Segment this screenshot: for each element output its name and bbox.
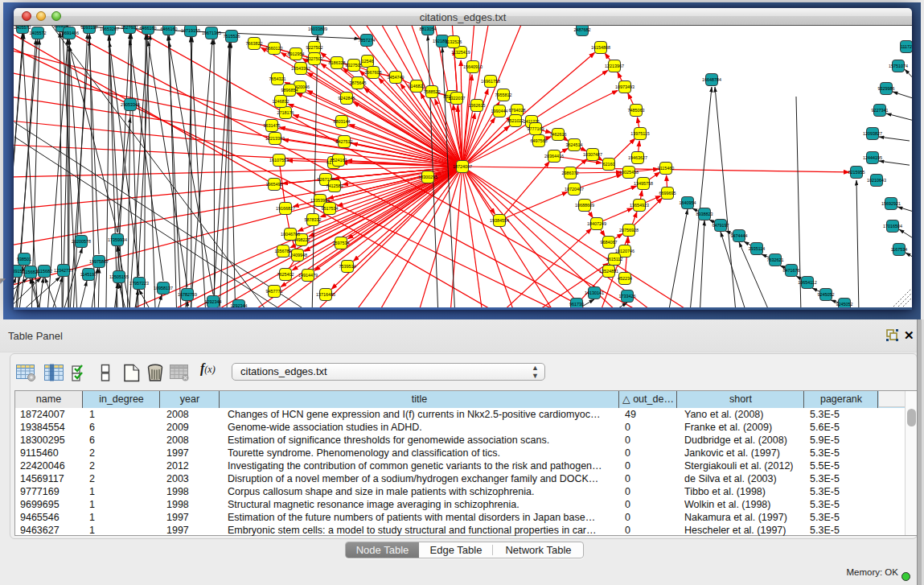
svg-text:16782759: 16782759: [178, 292, 197, 297]
svg-text:8215955: 8215955: [848, 170, 865, 175]
svg-text:7632621: 7632621: [767, 257, 784, 262]
svg-text:1615112: 1615112: [606, 257, 623, 262]
svg-text:2487682: 2487682: [574, 27, 591, 32]
svg-text:7515526: 7515526: [224, 34, 240, 39]
svg-text:16033809: 16033809: [308, 27, 327, 31]
svg-text:17016504: 17016504: [883, 224, 902, 229]
svg-text:10720407: 10720407: [565, 187, 584, 192]
svg-text:8186328: 8186328: [329, 60, 346, 65]
svg-text:15692921: 15692921: [881, 201, 901, 206]
svg-text:9115460: 9115460: [658, 166, 675, 171]
svg-text:12213967: 12213967: [605, 64, 624, 68]
svg-text:12213363: 12213363: [265, 136, 285, 141]
svg-text:7857274: 7857274: [359, 38, 376, 43]
svg-text:14130141: 14130141: [585, 290, 604, 295]
svg-text:8471676: 8471676: [783, 268, 800, 273]
svg-text:12093827: 12093827: [863, 131, 882, 136]
svg-text:1132526: 1132526: [446, 39, 462, 44]
svg-text:13495758: 13495758: [634, 181, 653, 186]
svg-text:10719155: 10719155: [181, 28, 200, 33]
svg-text:2967608: 2967608: [365, 70, 382, 75]
svg-text:12546: 12546: [362, 59, 374, 64]
svg-text:13524851: 13524851: [599, 269, 618, 274]
svg-text:11172: 11172: [901, 44, 912, 49]
svg-text:14914479: 14914479: [298, 273, 318, 278]
svg-text:1640954: 1640954: [680, 200, 696, 205]
svg-text:1356789: 1356789: [275, 249, 292, 253]
svg-text:18724007: 18724007: [453, 164, 472, 169]
svg-text:12505155: 12505155: [109, 274, 129, 279]
svg-text:9329986: 9329986: [878, 86, 895, 91]
svg-text:1167534: 1167534: [891, 247, 908, 252]
svg-text:6466160: 6466160: [140, 26, 157, 31]
svg-text:19975867: 19975867: [89, 259, 109, 264]
svg-text:9245052: 9245052: [818, 292, 835, 297]
svg-text:16107553: 16107553: [269, 158, 289, 163]
svg-text:9517534: 9517534: [322, 206, 339, 211]
svg-text:6497568: 6497568: [531, 138, 548, 143]
svg-text:6479197: 6479197: [713, 223, 729, 228]
svg-text:9242845: 9242845: [339, 96, 355, 101]
svg-text:1362615: 1362615: [469, 103, 486, 108]
svg-text:7663822: 7663822: [246, 41, 263, 46]
svg-text:7955812: 7955812: [495, 93, 512, 97]
svg-text:15751074: 15751074: [889, 64, 908, 68]
svg-text:6803144: 6803144: [334, 119, 351, 124]
svg-text:1093197: 1093197: [81, 26, 98, 30]
svg-text:10973493: 10973493: [615, 84, 634, 89]
svg-text:8912954: 8912954: [288, 51, 305, 56]
svg-text:7588520: 7588520: [424, 89, 441, 94]
svg-text:15640910: 15640910: [463, 64, 483, 69]
svg-text:1527602: 1527602: [121, 26, 138, 30]
svg-text:19166827: 19166827: [276, 206, 295, 211]
svg-text:20200578: 20200578: [72, 239, 91, 244]
svg-text:29053346: 29053346: [121, 102, 140, 107]
svg-text:19384554: 19384554: [490, 218, 509, 223]
svg-text:1322037: 1322037: [449, 96, 466, 101]
svg-text:20691406: 20691406: [60, 31, 79, 35]
svg-text:8938823: 8938823: [696, 212, 713, 216]
svg-text:7539514: 7539514: [339, 264, 356, 269]
svg-text:12444195: 12444195: [863, 155, 882, 160]
svg-text:5878332: 5878332: [305, 217, 322, 222]
svg-text:9457771: 9457771: [266, 289, 283, 294]
svg-text:2986372: 2986372: [562, 171, 579, 175]
svg-text:9146821: 9146821: [409, 84, 425, 89]
svg-text:1597534: 1597534: [333, 241, 350, 245]
svg-text:11325419: 11325419: [451, 50, 470, 55]
svg-text:1405572: 1405572: [30, 31, 47, 35]
svg-text:6699695: 6699695: [659, 191, 676, 196]
svg-text:2935114: 2935114: [749, 246, 766, 251]
svg-text:9474444: 9474444: [731, 233, 748, 238]
svg-text:961730: 961730: [569, 302, 584, 307]
svg-text:6466160: 6466160: [161, 27, 178, 31]
svg-text:8524163: 8524163: [331, 158, 347, 163]
svg-text:3624514: 3624514: [566, 142, 583, 147]
svg-text:9684067: 9684067: [601, 240, 618, 245]
svg-text:1246832: 1246832: [273, 99, 290, 104]
svg-text:1521022: 1521022: [507, 118, 524, 123]
svg-text:8427512: 8427512: [336, 139, 353, 144]
svg-text:13716485: 13716485: [316, 292, 335, 297]
svg-text:16154808: 16154808: [591, 45, 610, 50]
svg-text:2405572: 2405572: [14, 26, 31, 30]
svg-text:10653267: 10653267: [100, 27, 119, 31]
svg-text:9245052: 9245052: [836, 302, 853, 307]
svg-text:8813054: 8813054: [420, 27, 437, 31]
svg-text:10688609: 10688609: [575, 203, 594, 208]
svg-text:7412589: 7412589: [326, 183, 343, 188]
svg-text:1965498: 1965498: [266, 182, 283, 187]
svg-text:7462616: 7462616: [550, 132, 567, 137]
svg-text:16648784: 16648784: [702, 77, 721, 82]
svg-text:12342737: 12342737: [54, 268, 73, 273]
svg-text:13975115: 13975115: [630, 131, 650, 136]
svg-text:9227502: 9227502: [306, 45, 323, 50]
svg-text:1292344: 1292344: [205, 299, 222, 304]
svg-text:7625402: 7625402: [277, 272, 294, 277]
svg-text:9660123: 9660123: [266, 46, 283, 51]
svg-text:10046706: 10046706: [281, 232, 300, 237]
svg-text:7654321: 7654321: [269, 76, 286, 81]
svg-text:10307487: 10307487: [583, 152, 602, 157]
svg-text:3454749: 3454749: [388, 75, 405, 80]
svg-text:10671365: 10671365: [202, 31, 221, 35]
